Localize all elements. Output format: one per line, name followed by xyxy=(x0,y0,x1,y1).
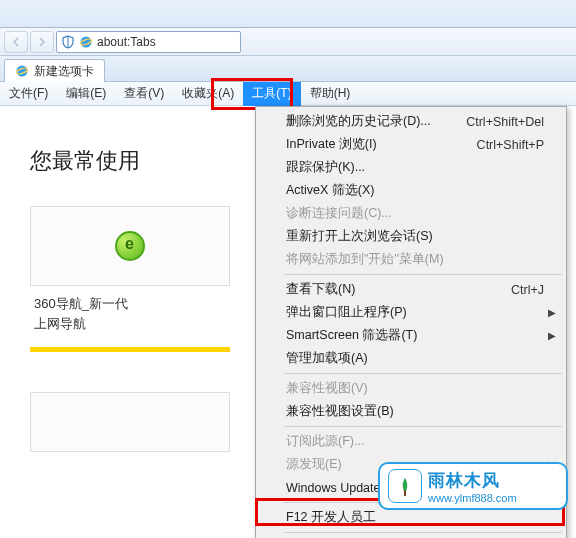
menu-item[interactable]: 跟踪保护(K)... xyxy=(258,156,564,179)
menu-item[interactable]: 重新打开上次浏览会话(S) xyxy=(258,225,564,248)
submenu-arrow-icon: ▶ xyxy=(548,330,556,341)
menu-bar: 文件(F) 编辑(E) 查看(V) 收藏夹(A) 工具(T) 帮助(H) xyxy=(0,82,576,106)
shield-icon xyxy=(61,35,75,49)
watermark-badge: 雨林木风 www.ylmf888.com xyxy=(378,462,568,510)
menu-item[interactable]: 删除浏览的历史记录(D)...Ctrl+Shift+Del xyxy=(258,110,564,133)
tab-strip: 新建选项卡 xyxy=(0,56,576,82)
menu-item[interactable]: 弹出窗口阻止程序(P)▶ xyxy=(258,301,564,324)
watermark-url: www.ylmf888.com xyxy=(428,492,517,504)
menu-shortcut: Ctrl+Shift+Del xyxy=(466,115,544,129)
tile-thumbnail xyxy=(30,206,230,286)
menu-item[interactable]: SmartScreen 筛选器(T)▶ xyxy=(258,324,564,347)
menu-item-label: 诊断连接问题(C)... xyxy=(286,205,392,222)
url-text: about:Tabs xyxy=(97,35,156,49)
menu-item-label: 查看下载(N) xyxy=(286,281,355,298)
menu-item: 将网站添加到"开始"菜单(M) xyxy=(258,248,564,271)
menu-file[interactable]: 文件(F) xyxy=(0,82,57,106)
window-titlebar xyxy=(0,0,576,28)
menu-separator xyxy=(284,426,562,427)
menu-tools[interactable]: 工具(T) xyxy=(243,82,300,106)
menu-separator xyxy=(284,532,562,533)
menu-item-label: 跟踪保护(K)... xyxy=(286,159,365,176)
back-button[interactable] xyxy=(4,31,28,53)
tile-accent-bar xyxy=(30,347,230,352)
menu-item-label: 将网站添加到"开始"菜单(M) xyxy=(286,251,444,268)
menu-item-label: 兼容性视图设置(B) xyxy=(286,403,394,420)
menu-separator xyxy=(284,274,562,275)
watermark-icon xyxy=(388,469,422,503)
menu-shortcut: Ctrl+Shift+P xyxy=(477,138,544,152)
watermark-title: 雨林木风 xyxy=(428,469,517,492)
menu-item-label: F12 开发人员工 xyxy=(286,509,376,526)
menu-item-label: 删除浏览的历史记录(D)... xyxy=(286,113,431,130)
menu-item-label: 重新打开上次浏览会话(S) xyxy=(286,228,433,245)
menu-item-label: 兼容性视图(V) xyxy=(286,380,368,397)
menu-item: 诊断连接问题(C)... xyxy=(258,202,564,225)
menu-item[interactable]: ActiveX 筛选(X) xyxy=(258,179,564,202)
menu-item-label: ActiveX 筛选(X) xyxy=(286,182,375,199)
menu-item-label: InPrivate 浏览(I) xyxy=(286,136,377,153)
menu-edit[interactable]: 编辑(E) xyxy=(57,82,115,106)
menu-item[interactable]: InPrivate 浏览(I)Ctrl+Shift+P xyxy=(258,133,564,156)
menu-favorites[interactable]: 收藏夹(A) xyxy=(173,82,243,106)
menu-item: 兼容性视图(V) xyxy=(258,377,564,400)
tile-caption: 360导航_新一代 上网导航 xyxy=(30,286,230,341)
menu-item: 订阅此源(F)... xyxy=(258,430,564,453)
menu-item-label: 弹出窗口阻止程序(P) xyxy=(286,304,407,321)
menu-item[interactable]: 管理加载项(A) xyxy=(258,347,564,370)
address-bar-row: about:Tabs xyxy=(0,28,576,56)
menu-help[interactable]: 帮助(H) xyxy=(301,82,360,106)
tab-new[interactable]: 新建选项卡 xyxy=(4,59,105,82)
submenu-arrow-icon: ▶ xyxy=(548,307,556,318)
menu-item[interactable]: 查看下载(N)Ctrl+J xyxy=(258,278,564,301)
menu-shortcut: Ctrl+J xyxy=(511,283,544,297)
menu-item-label: 源发现(E) xyxy=(286,456,342,473)
svg-rect-4 xyxy=(404,490,406,496)
tab-title: 新建选项卡 xyxy=(34,63,94,80)
address-field[interactable]: about:Tabs xyxy=(56,31,241,53)
menu-item[interactable]: 兼容性视图设置(B) xyxy=(258,400,564,423)
frequent-tile-1[interactable]: 360导航_新一代 上网导航 xyxy=(30,206,230,352)
ie-icon xyxy=(15,64,29,78)
menu-item-label: 管理加载项(A) xyxy=(286,350,368,367)
menu-separator xyxy=(284,373,562,374)
menu-item-label: SmartScreen 筛选器(T) xyxy=(286,327,417,344)
forward-button[interactable] xyxy=(30,31,54,53)
site-icon-360 xyxy=(115,231,145,261)
ie-icon xyxy=(79,35,93,49)
frequent-tile-2[interactable] xyxy=(30,392,230,452)
menu-view[interactable]: 查看(V) xyxy=(115,82,173,106)
menu-item-label: 订阅此源(F)... xyxy=(286,433,364,450)
